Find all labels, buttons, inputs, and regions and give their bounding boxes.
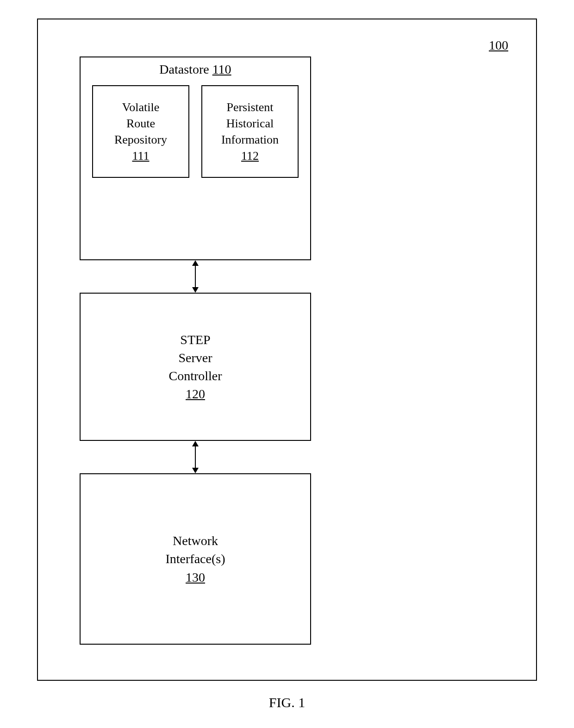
persistent-line2: Historical <box>226 115 274 132</box>
volatile-line2: Route <box>126 115 155 132</box>
step-line2: Server <box>178 349 212 367</box>
figure-caption: FIG. 1 <box>0 695 574 710</box>
datastore-box: Datastore 110 Volatile Route Repository … <box>80 56 311 260</box>
network-line2: Interface(s) <box>165 550 225 568</box>
persistent-historical-information-box: Persistent Historical Information 112 <box>201 85 299 178</box>
datastore-inner-row: Volatile Route Repository 111 Persistent… <box>81 77 310 178</box>
persistent-line3: Information <box>221 132 279 148</box>
persistent-ref: 112 <box>241 148 259 164</box>
network-line1: Network <box>173 532 218 550</box>
svg-marker-5 <box>192 468 199 473</box>
datastore-ref: 110 <box>212 62 231 76</box>
volatile-line3: Repository <box>114 132 167 148</box>
svg-marker-4 <box>192 441 199 446</box>
step-line1: STEP <box>180 331 210 349</box>
volatile-line1: Volatile <box>122 99 159 115</box>
persistent-line1: Persistent <box>226 99 273 115</box>
svg-marker-1 <box>192 260 199 266</box>
volatile-route-repository-box: Volatile Route Repository 111 <box>92 85 189 178</box>
step-line3: Controller <box>168 367 222 385</box>
network-ref: 130 <box>186 568 205 586</box>
arrow-step-network-icon <box>191 441 200 473</box>
system-frame: 100 Datastore 110 Volatile Route Reposit… <box>37 19 537 681</box>
volatile-ref: 111 <box>132 148 149 164</box>
datastore-title: Datastore 110 <box>81 62 310 77</box>
datastore-title-text: Datastore <box>159 62 209 76</box>
step-ref: 120 <box>186 385 205 403</box>
svg-marker-2 <box>192 287 199 293</box>
arrow-datastore-step-icon <box>191 260 200 293</box>
network-interfaces-box: Network Interface(s) 130 <box>80 473 311 645</box>
figure-reference-100: 100 <box>489 38 508 53</box>
step-server-controller-box: STEP Server Controller 120 <box>80 293 311 441</box>
